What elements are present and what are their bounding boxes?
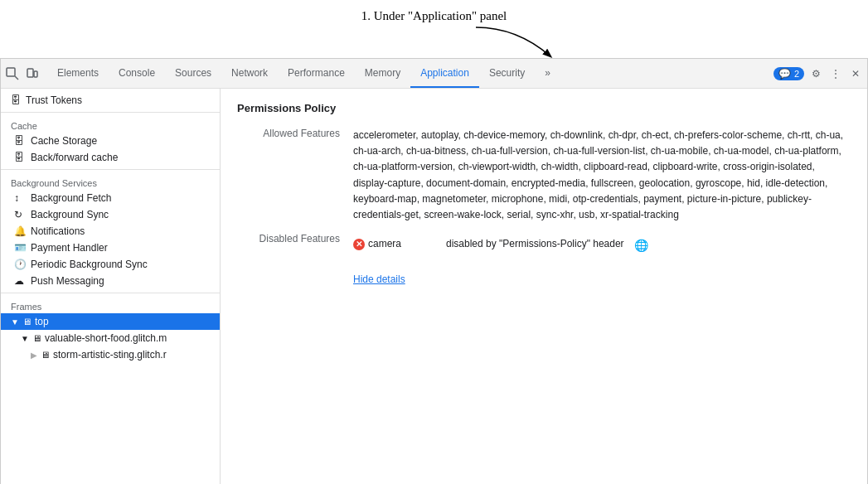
sidebar-item-backforward-cache[interactable]: 🗄 Back/forward cache [1,149,220,166]
tab-performance[interactable]: Performance [278,59,355,88]
divider-1 [1,112,220,113]
cache-storage-icon: 🗄 [14,135,26,147]
disabled-features-label: Disabled Features [237,233,353,288]
panel-title: Permissions Policy [237,102,851,114]
tab-security[interactable]: Security [479,59,535,88]
frame-storm-item[interactable]: ▶ 🖥 storm-artistic-sting.glitch.r [1,346,220,363]
frame-storm-icon: 🖥 [41,350,50,360]
frame-valuable-label: valuable-short-food.glitch.m [45,332,167,344]
tab-console[interactable]: Console [109,59,165,88]
devtools-tabs: Elements Console Sources Network Perform… [47,59,773,88]
sidebar-item-periodic-background-sync[interactable]: 🕐 Periodic Background Sync [1,256,220,273]
trust-tokens-label: Trust Tokens [26,94,82,106]
tab-network[interactable]: Network [221,59,278,88]
hide-details-link[interactable]: Hide details [353,272,405,288]
sidebar-item-trust-tokens[interactable]: 🗄 Trust Tokens [1,92,220,109]
message-badge[interactable]: 💬 2 [773,67,804,80]
devtools-window: 1. Under "Application" panel [0,58,868,484]
background-sync-label: Background Sync [31,209,109,220]
frame-top-item[interactable]: ▼ 🖥 top [1,313,220,330]
tab-more[interactable]: » [535,59,560,88]
frame-valuable-icon: 🖥 [32,333,41,343]
error-circle-icon: ✕ [353,239,365,250]
periodic-bg-sync-icon: 🕐 [14,259,26,270]
disabled-feature-camera: ✕ camera [353,236,436,252]
tab-sources[interactable]: Sources [165,59,221,88]
cache-header: Cache [1,116,220,133]
backforward-cache-icon: 🗄 [14,152,26,163]
sidebar-item-payment-handler[interactable]: 🪪 Payment Handler [1,240,220,256]
backforward-cache-label: Back/forward cache [31,152,118,163]
frame-storm-arrow: ▶ [31,351,37,360]
allowed-features-row: Allowed Features accelerometer, autoplay… [237,128,851,223]
annotation-top-text: 1. Under "Application" panel [361,9,507,22]
frame-valuable-item[interactable]: ▼ 🖥 valuable-short-food.glitch.m [1,330,220,346]
sidebar-item-push-messaging[interactable]: ☁ Push Messaging [1,273,220,289]
push-messaging-label: Push Messaging [31,275,104,287]
tab-elements[interactable]: Elements [47,59,109,88]
toolbar-right: 💬 2 ⚙ ⋮ ✕ [773,65,864,82]
notifications-label: Notifications [31,225,85,237]
devtools-toolbar: Elements Console Sources Network Perform… [1,59,867,89]
svg-rect-3 [34,71,37,77]
sidebar-item-background-sync[interactable]: ↻ Background Sync [1,206,220,223]
camera-feature-name: camera [368,236,401,252]
payment-handler-icon: 🪪 [14,242,26,254]
push-messaging-icon: ☁ [14,275,26,287]
disabled-features-row: Disabled Features ✕ camera disabled by "… [237,233,851,288]
divider-2 [1,169,220,170]
allowed-features-value: accelerometer, autoplay, ch-device-memor… [353,128,851,223]
svg-rect-2 [27,69,33,77]
frame-top-arrow: ▼ [11,317,19,327]
disabled-features-value: ✕ camera disabled by "Permissions-Policy… [353,233,851,288]
main-panel: Permissions Policy Allowed Features acce… [221,89,867,484]
devtools-body: 🗄 Trust Tokens Cache 🗄 Cache Storage 🗄 B… [1,89,867,484]
payment-handler-label: Payment Handler [31,242,108,254]
frame-top-label: top [35,316,49,327]
svg-line-1 [15,76,18,80]
frames-header: Frames [1,297,220,313]
svg-rect-0 [7,68,15,76]
sidebar-item-background-fetch[interactable]: ↕ Background Fetch [1,190,220,206]
frame-storm-label: storm-artistic-sting.glitch.r [53,349,167,361]
badge-count: 2 [794,69,799,79]
more-options-icon[interactable]: ⋮ [827,65,844,82]
sidebar-item-cache-storage[interactable]: 🗄 Cache Storage [1,133,220,149]
settings-icon[interactable]: ⚙ [807,65,824,82]
cache-storage-label: Cache Storage [31,135,97,147]
tab-application[interactable]: Application [410,59,479,88]
close-icon[interactable]: ✕ [847,65,864,82]
background-fetch-icon: ↕ [14,192,26,204]
toolbar-icons-left [4,65,41,82]
background-fetch-label: Background Fetch [31,192,111,204]
notifications-icon: 🔔 [14,225,26,237]
periodic-bg-sync-label: Periodic Background Sync [31,259,148,270]
disabled-entry-camera: ✕ camera disabled by "Permissions-Policy… [353,236,851,254]
device-icon[interactable] [24,65,41,82]
allowed-features-label: Allowed Features [237,128,353,223]
tab-memory[interactable]: Memory [355,59,410,88]
divider-3 [1,293,220,293]
inspect-icon[interactable] [4,65,21,82]
database-icon: 🗄 [11,94,21,106]
disabled-reason: disabled by "Permissions-Policy" header [446,236,624,252]
sidebar-item-notifications[interactable]: 🔔 Notifications [1,223,220,240]
frame-valuable-arrow: ▼ [21,334,29,343]
sidebar: 🗄 Trust Tokens Cache 🗄 Cache Storage 🗄 B… [1,89,221,484]
background-services-header: Background Services [1,173,220,190]
frame-icon: 🖥 [22,317,32,327]
globe-icon[interactable]: 🌐 [634,236,648,254]
background-sync-icon: ↻ [14,209,26,220]
